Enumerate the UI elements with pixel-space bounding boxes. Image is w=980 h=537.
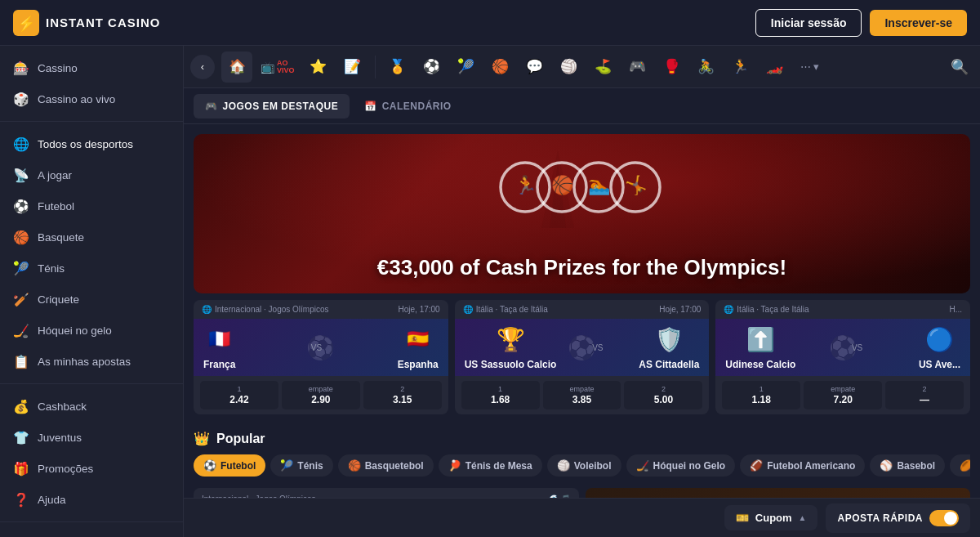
pop-tab-label: Voleibol — [574, 460, 612, 472]
sidebar-item-basquete[interactable]: 🏀 Basquete — [0, 222, 183, 253]
league-name: Itália · Taça de Itália — [476, 305, 548, 314]
league-icon: 🌐 — [463, 305, 473, 314]
pop-tab-basquetebol[interactable]: 🏀 Basquetebol — [338, 454, 434, 477]
sidebar-item-cassino-ao-vivo[interactable]: 🎲 Cassino ao vivo — [0, 83, 183, 114]
pop-tab-futebol[interactable]: ⚽ Futebol — [194, 454, 265, 477]
aposta-rapida-button[interactable]: APOSTA RÁPIDA — [826, 503, 970, 533]
cricket-icon: 🏏 — [13, 291, 29, 307]
odd-button-0-0[interactable]: 1 2.42 — [200, 381, 278, 409]
pop-tab-tenis-mesa[interactable]: 🏓 Ténis de Mesa — [439, 454, 542, 477]
odd-button-0-2[interactable]: 2 3.15 — [363, 381, 442, 409]
promo-banner[interactable]: 🏃 🏀 🏊 🤸 €33,000 of Cash Prizes for the O… — [194, 134, 970, 293]
crown-icon: 👑 — [194, 431, 210, 446]
tab-label: JOGOS EM DESTAQUE — [223, 101, 339, 112]
sports-nav: ‹ 🏠 📺 AOVIVO ⭐ 📝 🏅 ⚽ 🎾 — [184, 46, 980, 88]
pop-tab-futebol-americano[interactable]: 🏈 Futebol Americano — [740, 454, 865, 477]
odd-label: 2 — [400, 385, 404, 393]
sidebar-item-cassino[interactable]: 🎰 Cassino — [0, 52, 183, 83]
nav-tennis-button[interactable]: 🎾 — [451, 51, 482, 83]
nav-olympic-button[interactable]: 🏅 — [382, 51, 413, 83]
brand-logo[interactable]: ⚡ INSTANT CASINO — [13, 10, 160, 36]
nav-favorites-button[interactable]: ⭐ — [303, 51, 334, 83]
sidebar-item-hoquei-gelo[interactable]: 🏒 Hóquei no gelo — [0, 315, 183, 346]
sidebar-item-label: Promoções — [38, 463, 170, 475]
register-button[interactable]: Inscrever-se — [870, 10, 967, 36]
pop-tab-hoquei-gelo[interactable]: 🏒 Hóquei no Gelo — [626, 454, 736, 477]
pop-tab-basebol[interactable]: ⚾ Basebol — [870, 454, 945, 477]
match-time: Hoje, 17:00 — [659, 305, 701, 314]
sidebar-item-cashback[interactable]: 💰 Cashback — [0, 391, 183, 422]
nav-motorsport-button[interactable]: 🏎️ — [760, 51, 791, 83]
team2-flag: 🛡️ — [654, 324, 684, 354]
team2-col: 🛡️ AS Cittadella — [639, 324, 699, 370]
odd-button-1-2[interactable]: 2 5.00 — [624, 381, 702, 409]
vs-label: VS — [311, 343, 322, 352]
nav-basketball-button[interactable]: 🏀 — [485, 51, 516, 83]
match-card-odds-1: 1 1.68 empate 3.85 2 5.00 — [455, 376, 710, 414]
gamepad-icon: 🎮 — [205, 101, 218, 112]
chevron-up-icon: ▲ — [799, 513, 807, 522]
sidebar-section-promo: 💰 Cashback 👕 Juventus 🎁 Promoções ❓ Ajud… — [0, 384, 183, 522]
sidebar-item-a-jogar[interactable]: 📡 A jogar — [0, 159, 183, 190]
sidebar-item-label: Basquete — [38, 231, 170, 244]
pop-tab-tenis[interactable]: 🎾 Ténis — [270, 454, 332, 477]
tennis-tab-icon: 🎾 — [280, 459, 293, 472]
odd-label: 1 — [237, 385, 241, 393]
odd-value: 1.18 — [752, 394, 771, 405]
nav-home-button[interactable]: 🏠 — [221, 51, 252, 83]
nav-golf-button[interactable]: ⛳ — [588, 51, 619, 83]
nav-volleyball-button[interactable]: 🏐 — [554, 51, 585, 83]
rugby-tab-icon: 🏉 — [960, 459, 970, 472]
odd-button-1-1[interactable]: empate 3.85 — [543, 381, 621, 409]
aposta-toggle[interactable] — [929, 510, 959, 526]
soccer-icon: ⚽ — [13, 198, 29, 214]
nav-boxing-button[interactable]: 🥊 — [657, 51, 688, 83]
nav-back-button[interactable]: ‹ — [190, 55, 215, 79]
coupon-button[interactable]: 🎫 Cupom ▲ — [724, 505, 818, 530]
nav-chat-button[interactable]: 💬 — [519, 51, 550, 83]
nav-running-button[interactable]: 🏃 — [725, 51, 756, 83]
sidebar-item-minhas-apostas[interactable]: 📋 As minhas apostas — [0, 346, 183, 377]
odd-button-2-1[interactable]: empate 7.20 — [804, 381, 882, 409]
pop-tab-label: Futebol — [220, 460, 256, 472]
sidebar-item-ajuda[interactable]: ❓ Ajuda — [0, 484, 183, 515]
search-button[interactable]: 🔍 — [946, 53, 973, 81]
odd-value: 3.15 — [393, 394, 412, 405]
nav-esports-button[interactable]: 🎮 — [622, 51, 653, 83]
sidebar-item-futebol[interactable]: ⚽ Futebol — [0, 190, 183, 222]
soccer-nav-icon: ⚽ — [423, 58, 440, 75]
nav-more-button[interactable]: ⋯ ▾ — [794, 56, 826, 78]
odd-value: 5.00 — [654, 394, 673, 405]
pop-tab-voleibol[interactable]: 🏐 Voleibol — [547, 454, 621, 477]
odd-value: 1.68 — [491, 394, 510, 405]
sidebar-item-promocoes[interactable]: 🎁 Promoções — [0, 453, 183, 484]
sidebar-item-tenis[interactable]: 🎾 Ténis — [0, 253, 183, 284]
svg-text:🏊: 🏊 — [587, 174, 610, 196]
cashback-icon: 💰 — [13, 398, 29, 414]
odd-button-2-2[interactable]: 2 — — [885, 381, 964, 409]
volleyball-nav-icon: 🏐 — [560, 58, 577, 75]
match-card-image-2: ⬆️ Udinese Calcio VS 🔵 US Ave... — [715, 319, 970, 376]
nav-cycling-button[interactable]: 🚴 — [691, 51, 722, 83]
odd-button-2-0[interactable]: 1 1.18 — [722, 381, 800, 409]
odd-button-1-0[interactable]: 1 1.68 — [461, 381, 540, 409]
team2-name: US Ave... — [919, 359, 960, 370]
sidebar-item-label: Futebol — [38, 200, 170, 213]
svg-text:⚡: ⚡ — [17, 15, 36, 33]
odd-button-0-1[interactable]: empate 2.90 — [282, 381, 360, 409]
sidebar-item-juventus[interactable]: 👕 Juventus — [0, 422, 183, 453]
odd-label: empate — [309, 385, 333, 393]
nav-live-button[interactable]: 📺 AOVIVO — [256, 51, 300, 83]
nav-soccer-button[interactable]: ⚽ — [416, 51, 448, 83]
motorsport-icon: 🏎️ — [766, 58, 783, 75]
sidebar-item-label: Cassino — [38, 62, 170, 74]
pop-tab-rugbi[interactable]: 🏉 Rugbi — [950, 454, 970, 477]
sidebar-item-todos-desportos[interactable]: 🌐 Todos os desportos — [0, 128, 183, 159]
tab-calendario[interactable]: 📅 CALENDÁRIO — [353, 94, 463, 119]
svg-text:🏃: 🏃 — [514, 174, 537, 196]
sidebar-item-criquete[interactable]: 🏏 Criquete — [0, 284, 183, 315]
login-button[interactable]: Iniciar sessão — [755, 9, 862, 37]
nav-betslip-button[interactable]: 📝 — [337, 51, 368, 83]
vs-label: VS — [852, 343, 862, 352]
tab-jogos-destaque[interactable]: 🎮 JOGOS EM DESTAQUE — [194, 94, 350, 119]
